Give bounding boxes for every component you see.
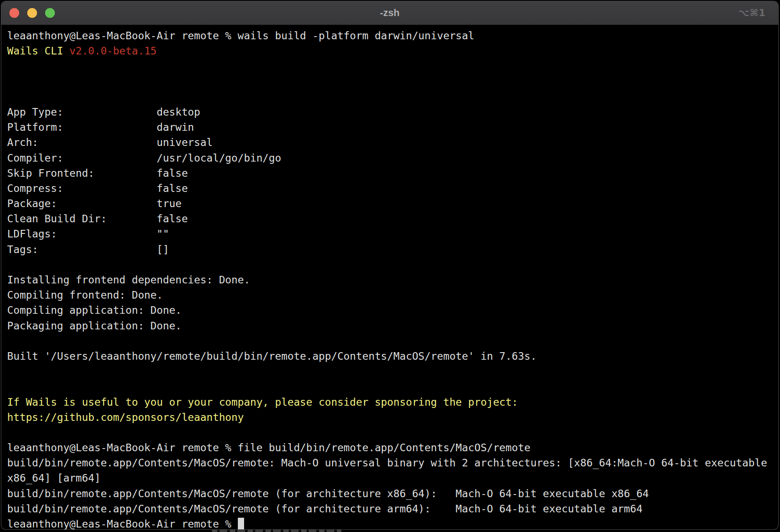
text-segment: Compress: false xyxy=(7,182,188,194)
wails-cli-label: Wails CLI xyxy=(7,45,70,57)
wails-cli-version-line: Wails CLI v2.0.0-beta.15 xyxy=(7,43,772,58)
prompt-line-build-command: leaanthony@Leas-MacBook-Air remote % wai… xyxy=(7,28,772,43)
config-row-tags: Tags: [] xyxy=(7,242,772,257)
terminal-line xyxy=(7,425,772,440)
text-segment: build/bin/remote.app/Contents/MacOS/remo… xyxy=(7,487,649,499)
terminal-line xyxy=(7,257,772,272)
config-row-app-type: App Type: desktop xyxy=(7,104,772,120)
terminal-line xyxy=(7,333,772,349)
built-result-line: Built '/Users/leaanthony/remote/build/bi… xyxy=(7,349,772,364)
config-row-compress: Compress: false xyxy=(7,181,772,196)
text-segment: Compiling frontend: Done. xyxy=(7,289,163,301)
status-packaging-application: Packaging application: Done. xyxy=(7,318,772,333)
text-cursor xyxy=(238,518,244,530)
titlebar[interactable]: -zsh ⌥⌘1 xyxy=(1,1,778,25)
config-row-ldflags: LDFlags: "" xyxy=(7,226,772,241)
prompt-line-file-command: leaanthony@Leas-MacBook-Air remote % fil… xyxy=(7,440,772,455)
text-segment: Packaging application: Done. xyxy=(7,320,182,332)
terminal-output[interactable]: leaanthony@Leas-MacBook-Air remote % wai… xyxy=(1,25,778,530)
file-output-arm64: build/bin/remote.app/Contents/MacOS/remo… xyxy=(7,501,772,516)
text-segment: leaanthony@Leas-MacBook-Air remote % xyxy=(7,518,238,530)
file-output-universal-1: build/bin/remote.app/Contents/MacOS/remo… xyxy=(7,455,772,470)
text-segment: Compiling application: Done. xyxy=(7,304,182,316)
status-compiling-application: Compiling application: Done. xyxy=(7,303,772,318)
config-row-package: Package: true xyxy=(7,196,772,211)
status-compiling-frontend: Compiling frontend: Done. xyxy=(7,287,772,303)
text-segment: Arch: universal xyxy=(7,136,213,148)
text-segment: Tags: [] xyxy=(7,243,169,255)
text-segment: Installing frontend dependencies: Done. xyxy=(7,274,250,286)
config-row-skip-frontend: Skip Frontend: false xyxy=(7,166,772,181)
window-title: -zsh xyxy=(380,7,400,19)
text-segment: Platform: darwin xyxy=(7,121,194,133)
zoom-button[interactable] xyxy=(45,8,55,18)
text-segment: https://github.com/sponsors/leaanthony xyxy=(7,411,244,423)
text-segment: leaanthony@Leas-MacBook-Air remote % wai… xyxy=(7,29,474,42)
config-row-clean-build-dir: Clean Build Dir: false xyxy=(7,211,772,226)
text-segment: Clean Build Dir: false xyxy=(7,212,188,224)
background-window-sliver xyxy=(212,530,341,532)
minimize-button[interactable] xyxy=(27,8,37,18)
terminal-line xyxy=(7,364,772,379)
text-segment: Package: true xyxy=(7,197,182,209)
text-segment: leaanthony@Leas-MacBook-Air remote % fil… xyxy=(7,441,531,453)
config-row-compiler: Compiler: /usr/local/go/bin/go xyxy=(7,150,772,166)
terminal-line xyxy=(7,58,772,74)
window-shortcut-badge: ⌥⌘1 xyxy=(739,8,766,18)
terminal-line xyxy=(7,379,772,394)
file-output-x86: build/bin/remote.app/Contents/MacOS/remo… xyxy=(7,486,772,501)
text-segment: build/bin/remote.app/Contents/MacOS/remo… xyxy=(7,503,643,515)
text-segment: build/bin/remote.app/Contents/MacOS/remo… xyxy=(7,457,767,469)
text-segment: x86_64] [arm64] xyxy=(7,472,100,484)
config-row-arch: Arch: universal xyxy=(7,135,772,150)
sponsor-link: https://github.com/sponsors/leaanthony xyxy=(7,410,772,425)
prompt-line-current: leaanthony@Leas-MacBook-Air remote % xyxy=(7,516,772,530)
text-segment: Compiler: /usr/local/go/bin/go xyxy=(7,152,281,164)
file-output-universal-2: x86_64] [arm64] xyxy=(7,470,772,486)
close-button[interactable] xyxy=(9,8,19,18)
text-segment: If Wails is useful to you or your compan… xyxy=(7,396,518,408)
terminal-line xyxy=(7,89,772,104)
text-segment: Built '/Users/leaanthony/remote/build/bi… xyxy=(7,350,537,362)
text-segment: App Type: desktop xyxy=(7,106,200,118)
status-installing-deps: Installing frontend dependencies: Done. xyxy=(7,272,772,287)
traffic-lights xyxy=(9,8,55,18)
text-segment: Skip Frontend: false xyxy=(7,167,188,179)
terminal-line xyxy=(7,74,772,89)
text-segment: LDFlags: "" xyxy=(7,228,169,240)
sponsor-message: If Wails is useful to you or your compan… xyxy=(7,395,772,410)
wails-version: v2.0.0-beta.15 xyxy=(70,45,157,57)
config-row-platform: Platform: darwin xyxy=(7,120,772,135)
terminal-window: -zsh ⌥⌘1 leaanthony@Leas-MacBook-Air rem… xyxy=(1,1,779,530)
